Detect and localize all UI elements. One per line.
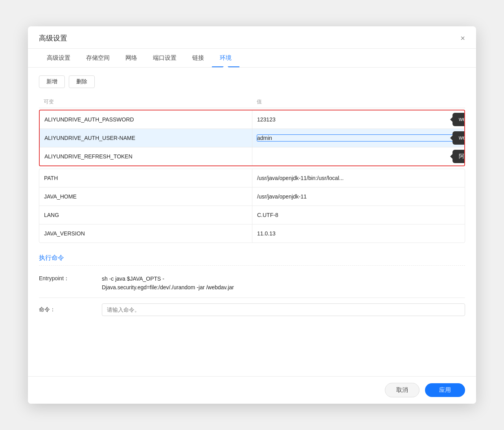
value-input[interactable]	[257, 230, 460, 237]
tab-advanced[interactable]: 高级设置	[39, 49, 78, 67]
add-button[interactable]: 新增	[39, 75, 65, 88]
variable-name: JAVA_HOME	[44, 193, 77, 200]
tab-links[interactable]: 链接	[184, 49, 212, 67]
value-cell	[252, 187, 465, 206]
exec-section: 执行命令 Entrypoint： sh -c java $JAVA_OPTS -…	[39, 249, 465, 322]
tab-env[interactable]: 环境	[212, 49, 239, 67]
col-value-header: 值	[252, 98, 465, 105]
value-input[interactable]	[257, 116, 453, 123]
value-input[interactable]	[257, 193, 460, 200]
table-header: 可变 值	[39, 96, 465, 108]
delete-button[interactable]: 删除	[69, 75, 95, 88]
value-cell: webdav的用户名	[252, 129, 464, 147]
value-input[interactable]	[257, 212, 460, 218]
value-input[interactable]	[257, 153, 453, 160]
variable-name: ALIYUNDRIVE_AUTH_USER-NAME	[44, 135, 135, 141]
command-row: 命令：	[39, 298, 465, 322]
cancel-button[interactable]: 取消	[385, 383, 419, 397]
value-cell: 阿里网盘登陆的token	[252, 147, 464, 165]
variable-cell: JAVA_HOME	[39, 187, 252, 206]
variable-cell: LANG	[39, 206, 252, 224]
variable-name: ALIYUNDRIVE_AUTH_PASSWORD	[44, 116, 134, 123]
dialog-footer: 取消 应用	[28, 376, 476, 404]
close-button[interactable]: ×	[460, 34, 465, 48]
variable-name: PATH	[44, 175, 58, 181]
value-cell: webdav的密码	[252, 110, 464, 129]
toolbar: 新增 删除	[39, 75, 465, 88]
variable-cell: ALIYUNDRIVE_REFRESH_TOKEN	[40, 147, 252, 165]
entrypoint-row: Entrypoint： sh -c java $JAVA_OPTS -Djava…	[39, 269, 465, 298]
table-row: JAVA_VERSION	[39, 224, 465, 243]
tabs-bar: 高级设置 存储空间 网络 端口设置 链接 环境	[28, 49, 476, 68]
table-row: ALIYUNDRIVE_REFRESH_TOKEN 阿里网盘登陆的token	[40, 147, 464, 165]
variable-name: ALIYUNDRIVE_REFRESH_TOKEN	[44, 153, 132, 160]
tab-ports[interactable]: 端口设置	[145, 49, 184, 67]
value-cell	[252, 206, 465, 224]
variable-name: JAVA_VERSION	[44, 230, 85, 237]
dialog-title: 高级设置	[39, 33, 67, 48]
command-label: 命令：	[39, 306, 102, 313]
table-row: JAVA_HOME	[39, 187, 465, 206]
dialog-header: 高级设置 ×	[28, 26, 476, 49]
required-dot	[456, 118, 460, 121]
dialog-body: 新增 删除 可变 值 ALIYUNDRIVE_AUTH_PASSWORD	[28, 68, 476, 376]
env-table: 可变 值 ALIYUNDRIVE_AUTH_PASSWORD webdav的密码	[39, 96, 465, 243]
exec-section-title: 执行命令	[39, 249, 465, 266]
other-env-rows: PATH JAVA_HOME	[39, 169, 465, 243]
table-row: ALIYUNDRIVE_AUTH_PASSWORD webdav的密码	[40, 110, 464, 129]
value-cell	[252, 224, 465, 243]
table-row: LANG	[39, 206, 465, 224]
tab-storage[interactable]: 存储空间	[78, 49, 118, 67]
apply-button[interactable]: 应用	[425, 383, 465, 397]
required-dot	[456, 155, 460, 158]
selected-env-group: ALIYUNDRIVE_AUTH_PASSWORD webdav的密码 ALIY…	[39, 110, 465, 166]
entrypoint-value: sh -c java $JAVA_OPTS -Djava.security.eg…	[102, 274, 465, 292]
table-row: PATH	[39, 169, 465, 187]
variable-cell: ALIYUNDRIVE_AUTH_USER-NAME	[40, 129, 252, 147]
col-variable-header: 可变	[39, 98, 252, 105]
command-input[interactable]	[102, 303, 465, 316]
dialog: 高级设置 × 高级设置 存储空间 网络 端口设置 链接 环境 新增 删除 可变 …	[28, 26, 476, 404]
value-cell	[252, 169, 465, 187]
entrypoint-label: Entrypoint：	[39, 274, 102, 282]
value-input[interactable]	[257, 135, 453, 141]
variable-cell: PATH	[39, 169, 252, 187]
tab-network[interactable]: 网络	[118, 49, 145, 67]
variable-name: LANG	[44, 212, 59, 218]
table-row: ALIYUNDRIVE_AUTH_USER-NAME webdav的用户名	[40, 129, 464, 147]
variable-cell: ALIYUNDRIVE_AUTH_PASSWORD	[40, 110, 252, 129]
variable-cell: JAVA_VERSION	[39, 224, 252, 243]
required-dot	[456, 136, 460, 140]
value-input[interactable]	[257, 175, 460, 181]
